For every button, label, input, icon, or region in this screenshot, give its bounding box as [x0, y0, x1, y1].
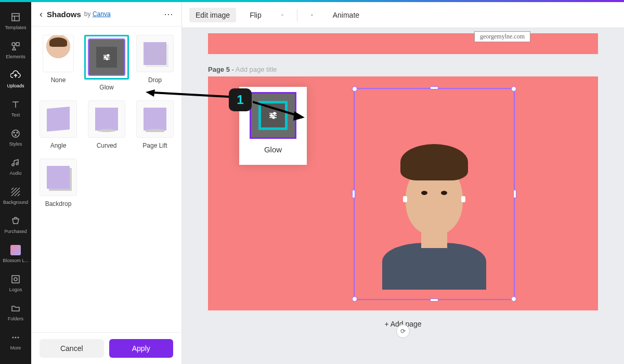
- rail-label: Background: [3, 200, 28, 205]
- svg-point-25: [106, 58, 108, 60]
- purchased-icon: [10, 215, 21, 227]
- back-button[interactable]: ‹: [40, 9, 43, 20]
- rail-elements[interactable]: Elements: [0, 35, 31, 64]
- blossom-icon: [10, 244, 21, 256]
- svg-point-7: [14, 132, 15, 133]
- tile-label: Glow: [99, 84, 113, 91]
- tile-drop[interactable]: Drop: [136, 35, 174, 91]
- svg-point-3: [12, 43, 15, 46]
- apply-button[interactable]: Apply: [109, 339, 174, 358]
- svg-point-17: [12, 337, 14, 339]
- tile-label: Page Lift: [142, 142, 167, 149]
- rail-styles[interactable]: Styles: [0, 123, 31, 152]
- handle-tr[interactable]: [511, 86, 516, 92]
- tile-curved[interactable]: Curved: [84, 100, 129, 149]
- glow-preview-label: Glow: [264, 145, 282, 154]
- watermark: georgemylne.com: [474, 31, 530, 42]
- tile-label: Drop: [148, 76, 162, 84]
- rail-label: Blossom L...: [3, 258, 29, 263]
- handle-bl[interactable]: [352, 296, 357, 302]
- nav-rail: Templates Elements Uploads Text Styles A…: [0, 2, 31, 364]
- rail-label: Text: [11, 112, 20, 118]
- annotation-badge-1: 1: [229, 88, 252, 111]
- rail-label: More: [10, 345, 21, 350]
- svg-point-16: [14, 278, 17, 281]
- svg-point-19: [18, 337, 19, 339]
- prev-page-slice[interactable]: georgemylne.com: [208, 33, 598, 54]
- svg-point-23: [107, 55, 109, 57]
- svg-point-18: [15, 337, 17, 339]
- tile-label: Curved: [97, 142, 117, 149]
- uploads-icon: [10, 70, 21, 81]
- animate-button[interactable]: Animate: [327, 8, 366, 22]
- logos-icon: [10, 274, 21, 285]
- info-button[interactable]: [275, 8, 290, 22]
- toolbar-divider: [297, 9, 297, 21]
- svg-marker-39: [293, 111, 305, 121]
- animate-icon[interactable]: [305, 8, 319, 22]
- rail-text[interactable]: Text: [0, 94, 31, 123]
- audio-icon: [10, 157, 21, 168]
- svg-point-9: [15, 135, 16, 136]
- tile-label: Backdrop: [45, 200, 72, 207]
- panel-title: Shadows: [47, 10, 81, 19]
- context-toolbar: Edit image Flip Animate: [182, 2, 624, 28]
- byline-link[interactable]: Canva: [93, 10, 111, 18]
- rail-logos[interactable]: Logos: [0, 268, 31, 297]
- rail-label: Templates: [5, 25, 26, 30]
- svg-point-6: [12, 130, 19, 137]
- rail-audio[interactable]: Audio: [0, 152, 31, 181]
- rail-purchased[interactable]: Purchased: [0, 210, 31, 239]
- rail-more[interactable]: More: [0, 327, 31, 356]
- sync-indicator[interactable]: ⟳: [396, 324, 410, 338]
- edit-image-button[interactable]: Edit image: [189, 8, 236, 22]
- svg-line-10: [11, 188, 14, 190]
- handle-lm[interactable]: [352, 190, 355, 198]
- selection-box[interactable]: [354, 88, 515, 300]
- rail-folders[interactable]: Folders: [0, 297, 31, 327]
- svg-line-14: [18, 194, 20, 196]
- rail-label: Purchased: [4, 229, 27, 234]
- flip-button[interactable]: Flip: [243, 8, 268, 22]
- rail-label: Audio: [9, 171, 21, 176]
- shadow-grid: None Glow Drop Angle Curved Page Lift Ba…: [31, 27, 181, 332]
- page-label[interactable]: Page 5 - Add page title: [208, 66, 598, 73]
- tile-label: None: [51, 76, 66, 84]
- svg-point-24: [105, 56, 107, 58]
- rail-label: Elements: [6, 54, 25, 59]
- effects-panel: ‹ Shadows by Canva ⋯ None Glow Drop Angl…: [31, 2, 182, 364]
- handle-tl[interactable]: [352, 86, 357, 92]
- svg-line-11: [11, 188, 17, 193]
- svg-marker-5: [12, 47, 16, 50]
- tile-glow[interactable]: Glow: [84, 35, 129, 91]
- rail-uploads[interactable]: Uploads: [0, 64, 31, 94]
- rail-label: Logos: [9, 287, 22, 292]
- handle-bm[interactable]: [430, 298, 438, 302]
- canvas-scroll[interactable]: georgemylne.com Page 5 - Add page title …: [182, 28, 624, 364]
- more-icon: [10, 332, 21, 343]
- rail-blossom[interactable]: Blossom L...: [0, 239, 31, 268]
- rail-label: Folders: [8, 316, 23, 321]
- svg-rect-4: [16, 43, 19, 46]
- svg-marker-37: [146, 89, 155, 97]
- tile-angle[interactable]: Angle: [40, 100, 77, 149]
- rail-templates[interactable]: Templates: [0, 6, 31, 35]
- folders-icon: [10, 303, 21, 314]
- annotation-arrow-left: [146, 89, 229, 100]
- svg-line-38: [253, 102, 297, 115]
- annotation-arrow-right: [253, 100, 305, 121]
- handle-br[interactable]: [511, 296, 516, 302]
- rail-label: Uploads: [7, 83, 24, 88]
- panel-more-button[interactable]: ⋯: [164, 8, 173, 20]
- tile-backdrop[interactable]: Backdrop: [40, 159, 77, 207]
- tile-none[interactable]: None: [40, 35, 77, 91]
- styles-icon: [10, 128, 21, 139]
- tile-pagelift[interactable]: Page Lift: [136, 100, 174, 149]
- canvas-area: Edit image Flip Animate georgemylne.com …: [182, 2, 624, 364]
- handle-tm[interactable]: [430, 86, 438, 89]
- cancel-button[interactable]: Cancel: [40, 339, 104, 358]
- templates-icon: [10, 11, 21, 23]
- rail-label: Styles: [9, 141, 22, 147]
- rail-background[interactable]: Background: [0, 181, 31, 210]
- handle-rm[interactable]: [513, 190, 516, 198]
